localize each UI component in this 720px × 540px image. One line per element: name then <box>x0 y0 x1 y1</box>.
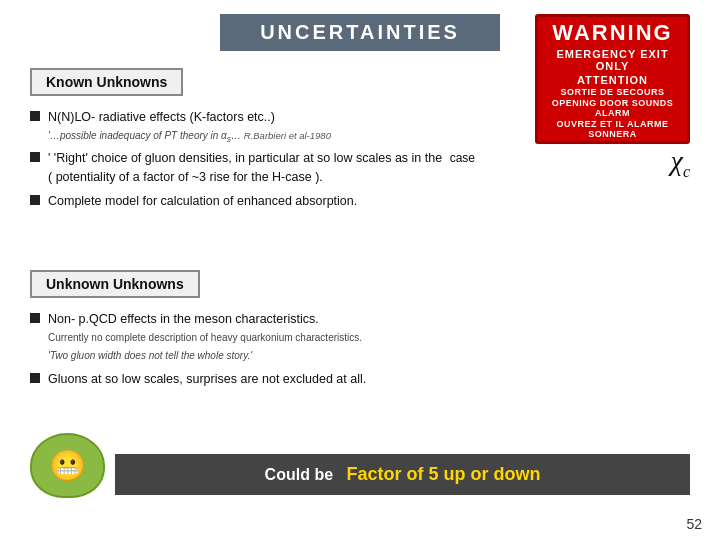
warning-line5: OPENING DOOR SOUNDS ALARM <box>538 98 687 118</box>
warning-line2: EMERGENCY EXIT ONLY <box>538 48 687 72</box>
case-label: case <box>450 151 475 165</box>
bottom-mascot-image: 😬 <box>30 433 105 498</box>
unknown-bullet-1-sub2: 'Two gluon width does not tell the whole… <box>48 350 252 361</box>
bullet-1-main: N(N)LO- radiative effects (K-factors etc… <box>48 110 275 124</box>
bullet-1-sub: '…possible inadequacy of PT theory in αs… <box>48 130 331 141</box>
unknown-bullet-1-sub1: Currently no complete description of hea… <box>48 332 362 343</box>
chi-c-symbol: χc <box>671 145 690 181</box>
bullet-item-3: Complete model for calculation of enhanc… <box>30 192 520 210</box>
bullet-icon-1 <box>30 111 40 121</box>
bullet-item-1: N(N)LO- radiative effects (K-factors etc… <box>30 108 520 145</box>
known-unknowns-section: Known Unknowns N(N)LO- radiative effects… <box>30 68 520 214</box>
bullet-2-sub: ( potentiality of a factor of ~3 rise fo… <box>48 170 323 184</box>
unknown-bullet-item-2: Gluons at so low scales, surprises are n… <box>30 370 690 388</box>
unknown-bullet-icon-2 <box>30 373 40 383</box>
bullet-item-2: ' 'Right' choice of gluon densities, in … <box>30 149 520 186</box>
warning-title: WARNING <box>552 20 672 46</box>
bullet-2-main: ' 'Right' choice of gluon densities, in … <box>48 151 442 165</box>
page-number: 52 <box>686 516 702 532</box>
banner-highlight: Factor of 5 up or down <box>346 464 540 484</box>
unknown-unknowns-label: Unknown Unknowns <box>30 270 200 298</box>
warning-line6: OUVREZ ET IL ALARME SONNERA <box>538 119 687 139</box>
unknown-unknowns-bullets: Non- p.QCD effects in the meson characte… <box>30 310 690 389</box>
known-unknowns-bullets: N(N)LO- radiative effects (K-factors etc… <box>30 108 520 210</box>
page-title: UNCERTAINTIES <box>220 14 500 51</box>
warning-line4: SORTIE DE SECOURS <box>560 87 664 97</box>
unknown-bullet-text-2: Gluons at so low scales, surprises are n… <box>48 370 366 388</box>
bullet-icon-2 <box>30 152 40 162</box>
chi-symbol: χc <box>671 145 690 176</box>
unknown-bullet-text-1: Non- p.QCD effects in the meson characte… <box>48 310 362 364</box>
bullet-text-2: ' 'Right' choice of gluon densities, in … <box>48 149 475 186</box>
unknown-unknowns-section: Unknown Unknowns Non- p.QCD effects in t… <box>30 270 690 393</box>
could-be-banner: Could be Factor of 5 up or down <box>115 454 690 495</box>
banner-prefix: Could be <box>265 466 333 483</box>
known-unknowns-label: Known Unknowns <box>30 68 183 96</box>
unknown-bullet-1-main: Non- p.QCD effects in the meson characte… <box>48 312 319 326</box>
bullet-text-1: N(N)LO- radiative effects (K-factors etc… <box>48 108 331 145</box>
bullet-1-ref: R.Barbieri et al-1980 <box>244 130 331 141</box>
unknown-bullet-icon-1 <box>30 313 40 323</box>
unknown-bullet-item-1: Non- p.QCD effects in the meson characte… <box>30 310 690 364</box>
warning-line3: ATTENTION <box>577 74 648 86</box>
warning-image: WARNING EMERGENCY EXIT ONLY ATTENTION SO… <box>535 14 690 144</box>
bullet-text-3: Complete model for calculation of enhanc… <box>48 192 357 210</box>
bullet-icon-3 <box>30 195 40 205</box>
